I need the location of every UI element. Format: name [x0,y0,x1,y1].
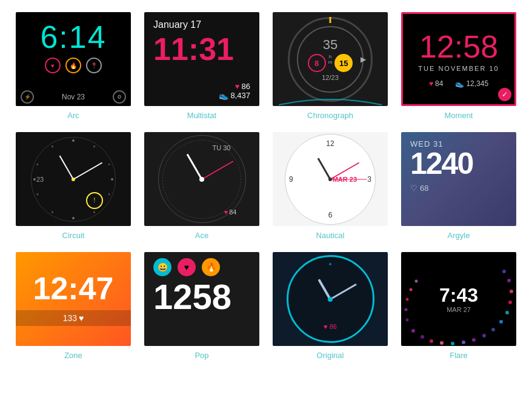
pop-time: 1258 [153,279,250,314]
multistat-heart-val: 86 [242,82,250,91]
svg-point-18 [472,338,476,342]
ace-heart-icon: ♥ [224,208,228,216]
svg-point-27 [406,319,409,322]
watch-item-circuit[interactable]: 23 ! Circuit [12,132,135,240]
nautical-label: Nautical [316,231,345,240]
chronograph-label: Chronograph [307,111,353,120]
chrono-date: 12/23 [322,74,339,81]
zone-bar: 133 ♥ [16,310,131,326]
original-label: Original [317,351,344,360]
moment-heart-stat: ♥ 84 [429,79,443,88]
moment-heart-val: 84 [435,79,443,88]
multistat-steps-stat: 👟 8,437 [219,91,250,100]
svg-point-21 [499,320,503,324]
watch-face-original[interactable]: ♥ 86 [273,252,388,346]
heart-icon: ♥ [235,82,240,91]
watch-item-chronograph[interactable]: 35 8 h m 15 12/23 [269,12,391,120]
watch-face-zone[interactable]: 12:47 133 ♥ [16,252,131,346]
chrono-h-circle: 8 [308,54,326,72]
svg-point-19 [482,334,486,337]
watch-face-chronograph[interactable]: 35 8 h m 15 12/23 [273,12,388,106]
pop-icons-row: 😀 ♥ 🔥 [153,258,250,276]
svg-point-29 [406,298,409,301]
watch-item-multistat[interactable]: January 17 11:31 ♥ 86 👟 8,437 Multistat [141,12,263,120]
argyle-heart-stat: ♡ 68 [410,184,507,193]
pop-icon-pink: ♥ [178,258,196,276]
chrono-h-val: 8 [314,59,319,68]
ace-heart-stat: ♥ 84 [224,208,237,216]
watch-face-multistat[interactable]: January 17 11:31 ♥ 86 👟 8,437 [144,12,259,106]
watch-item-argyle[interactable]: WED 31 1240 ♡ 68 Argyle [397,132,520,240]
svg-point-30 [410,288,413,291]
svg-point-22 [505,311,509,314]
svg-point-13 [421,335,424,339]
zone-steps-stat: 133 ♥ [63,313,84,323]
chrono-m-val: 15 [339,59,348,68]
ace-clock: TU 30 ♥ 84 [158,135,246,223]
watch-face-nautical[interactable]: 12 6 9 3 MAR 23 [273,132,388,226]
svg-point-31 [415,280,418,283]
watch-face-pop[interactable]: 😀 ♥ 🔥 1258 [144,252,259,346]
svg-point-7 [52,211,53,213]
svg-point-12 [411,329,415,333]
ace-center-dot [199,177,204,182]
watch-item-ace[interactable]: TU 30 ♥ 84 Ace [141,132,263,240]
svg-point-11 [52,145,53,147]
chrono-m-label: m [328,59,333,65]
chrono-circles: 8 h m 15 [308,54,353,72]
svg-point-4 [108,193,110,195]
nautical-num-12: 12 [326,139,334,148]
multistat-label: Multistat [187,111,216,120]
multistat-heart-stat: ♥ 86 [235,82,250,91]
watch-item-original[interactable]: ♥ 86 Original [269,252,391,360]
nautical-num-9: 9 [289,175,293,184]
svg-point-9 [33,178,36,181]
moment-steps-val: 12,345 [466,79,488,88]
moment-date: TUE NOVEMBER 10 [418,65,499,72]
circuit-badge: ! [86,192,103,209]
moment-time: 12:58 [419,31,498,62]
svg-point-1 [93,145,95,147]
svg-point-6 [72,217,75,219]
circuit-center-dot [71,178,75,181]
steps-icon: 👟 [219,91,228,100]
zone-heart-icon: ♥ [79,313,84,323]
flare-label: Flare [450,351,468,360]
pop-label: Pop [195,351,208,360]
watch-item-moment[interactable]: 12:58 TUE NOVEMBER 10 ♥ 84 👟 12,345 ✓ Mo… [397,12,520,120]
chrono-play-icon: ▶ [361,55,366,64]
nautical-num-3: 3 [367,175,371,184]
watch-item-arc[interactable]: 6:14 ♥ 🔥 📍 ⚡ Nov 23 ⚙ Arc [12,12,135,120]
nautical-hour-hand [318,158,331,179]
watch-face-arc[interactable]: 6:14 ♥ 🔥 📍 ⚡ Nov 23 ⚙ [16,12,131,106]
svg-point-0 [72,139,75,141]
arc-heart-icon: ♥ [45,58,61,73]
moment-stats: ♥ 84 👟 12,345 [429,79,488,88]
argyle-heart-icon: ♡ [410,184,417,193]
original-center-dot [328,297,333,302]
ace-label: Ace [195,231,208,240]
svg-point-2 [108,163,110,165]
watch-item-flare[interactable]: 7:43 MAR 27 Flare [397,252,520,360]
chrono-h-label: h [329,54,331,59]
original-marker [329,263,331,265]
watch-face-argyle[interactable]: WED 31 1240 ♡ 68 [401,132,516,226]
chrono-blue-arc-svg [273,94,388,106]
nautical-center-dot [328,178,332,181]
watch-face-ace[interactable]: TU 30 ♥ 84 [144,132,259,226]
svg-point-26 [502,270,506,273]
watch-face-circuit[interactable]: 23 ! [16,132,131,226]
svg-point-15 [440,341,444,345]
svg-point-28 [405,308,408,311]
watch-face-moment[interactable]: 12:58 TUE NOVEMBER 10 ♥ 84 👟 12,345 ✓ [401,12,516,106]
watch-item-zone[interactable]: 12:47 133 ♥ Zone [12,252,135,360]
svg-point-3 [111,178,113,181]
watch-face-flare[interactable]: 7:43 MAR 27 [401,252,516,346]
watch-item-nautical[interactable]: 12 6 9 3 MAR 23 Nautical [269,132,391,240]
argyle-time: 1240 [410,148,507,179]
original-clock: ♥ 86 [287,255,374,343]
zone-time: 12:47 [33,273,114,304]
watch-item-pop[interactable]: 😀 ♥ 🔥 1258 Pop [141,252,263,360]
svg-point-17 [462,341,465,344]
multistat-stats: ♥ 86 👟 8,437 [153,82,250,100]
